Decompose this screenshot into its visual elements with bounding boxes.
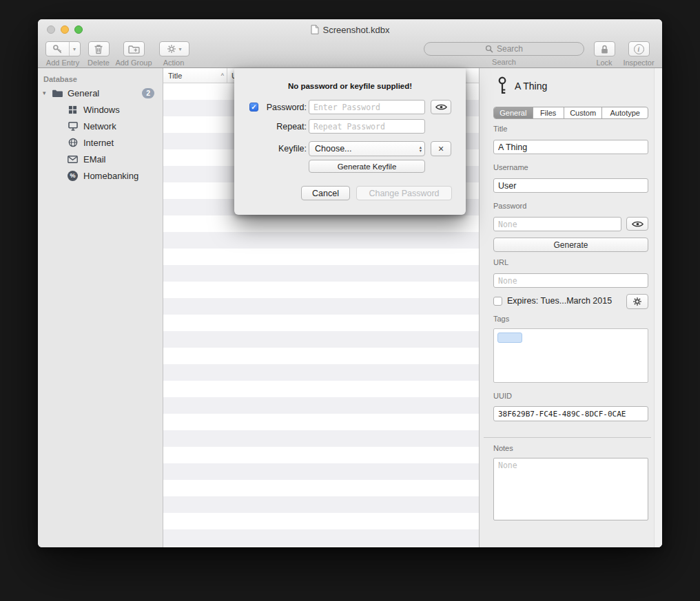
column-header-title[interactable]: Title ^ bbox=[163, 72, 227, 80]
generate-keyfile-label: Generate Keyfile bbox=[338, 162, 397, 171]
close-icon: × bbox=[438, 143, 444, 154]
folder-icon bbox=[52, 89, 63, 98]
url-label: URL bbox=[493, 258, 508, 266]
windows-icon bbox=[67, 105, 79, 114]
sidebar: Database ▾ General 2 Windows Networ bbox=[38, 68, 163, 547]
toolbar-lock: Lock bbox=[593, 41, 615, 67]
password-field[interactable] bbox=[493, 217, 621, 231]
tab-autotype[interactable]: Autotype bbox=[602, 107, 648, 118]
chevron-down-icon[interactable]: ▾ bbox=[70, 46, 80, 52]
delete-button[interactable] bbox=[88, 41, 110, 56]
generate-password-button[interactable]: Generate bbox=[493, 238, 648, 252]
toolbar-action: ▾ Action bbox=[159, 41, 188, 67]
change-password-dialog: No password or keyfile supplied! ✓ Passw… bbox=[234, 68, 466, 215]
info-icon: i bbox=[634, 44, 644, 54]
expires-label: Expires: Tues...March 2015 bbox=[507, 296, 612, 306]
search-label: Search bbox=[424, 58, 584, 66]
chevron-down-icon: ▾ bbox=[178, 46, 181, 52]
change-password-button[interactable]: Change Password bbox=[356, 186, 452, 200]
homebanking-icon: % bbox=[67, 171, 79, 181]
cancel-button[interactable]: Cancel bbox=[301, 186, 350, 200]
document-icon bbox=[311, 25, 319, 34]
inspector-button[interactable]: i bbox=[628, 41, 650, 56]
sidebar-group-internet[interactable]: Internet bbox=[38, 134, 163, 151]
inspector-panel: A Thing General Files Custom Autotype Ti… bbox=[479, 68, 662, 547]
title-label: Title bbox=[493, 125, 507, 133]
toolbar-search: Search Search bbox=[424, 41, 584, 66]
inspector-tabs: General Files Custom Autotype bbox=[493, 107, 648, 119]
lock-label: Lock bbox=[593, 59, 615, 67]
column-title-label: Title bbox=[168, 72, 182, 80]
sidebar-group-general[interactable]: ▾ General 2 bbox=[38, 85, 163, 101]
tag-chip[interactable] bbox=[497, 333, 522, 343]
toolbar-inspector: i Inspector bbox=[620, 41, 657, 67]
sidebar-group-email[interactable]: EMail bbox=[38, 151, 163, 167]
password-checkbox[interactable]: ✓ bbox=[249, 103, 258, 112]
add-entry-label: Add Entry bbox=[43, 59, 82, 67]
stepper-icon: ▴▾ bbox=[420, 145, 422, 153]
toolbar-add-group: Add Group bbox=[114, 41, 154, 67]
reveal-password-button[interactable] bbox=[626, 217, 648, 231]
sidebar-section-header: Database bbox=[43, 75, 163, 83]
enter-password-field[interactable] bbox=[309, 100, 425, 114]
repeat-password-field[interactable] bbox=[309, 119, 425, 134]
sidebar-group-label: Homebanking bbox=[83, 171, 138, 181]
trash-icon bbox=[94, 44, 103, 54]
lock-button[interactable] bbox=[594, 41, 615, 56]
eye-icon bbox=[632, 220, 644, 228]
entry-header: A Thing bbox=[497, 76, 547, 95]
notes-field[interactable] bbox=[493, 458, 648, 520]
expires-settings-button[interactable] bbox=[626, 294, 648, 309]
dialog-repeat-label: Repeat: bbox=[258, 122, 307, 131]
toolbar-delete: Delete bbox=[86, 41, 111, 67]
expires-checkbox[interactable] bbox=[493, 297, 502, 306]
toolbar-add-entry: ▾ Add Entry bbox=[43, 41, 82, 67]
search-icon bbox=[485, 45, 493, 53]
action-label: Action bbox=[159, 59, 188, 67]
check-icon: ✓ bbox=[251, 104, 256, 111]
url-field[interactable] bbox=[493, 273, 648, 288]
dialog-password-label: Password: bbox=[258, 103, 307, 112]
generate-keyfile-button[interactable]: Generate Keyfile bbox=[309, 160, 425, 173]
sidebar-group-windows[interactable]: Windows bbox=[38, 101, 163, 118]
delete-label: Delete bbox=[86, 59, 111, 67]
tab-general[interactable]: General bbox=[494, 107, 533, 118]
search-placeholder: Search bbox=[497, 44, 523, 54]
title-field[interactable] bbox=[493, 140, 648, 154]
dialog-reveal-password-button[interactable] bbox=[431, 100, 451, 114]
username-field[interactable] bbox=[493, 178, 648, 193]
action-button[interactable]: ▾ bbox=[159, 41, 189, 56]
window-title: Screenshot.kdbx bbox=[323, 25, 390, 35]
inspector-scrollbar[interactable] bbox=[654, 68, 662, 547]
dialog-message: No password or keyfile supplied! bbox=[234, 82, 466, 90]
keyfile-select[interactable]: Choose... ▴▾ bbox=[309, 141, 425, 156]
clear-keyfile-button[interactable]: × bbox=[431, 141, 451, 156]
window-header: Screenshot.kdbx ▾ Add Entry Delete bbox=[38, 19, 662, 68]
gear-icon bbox=[632, 297, 642, 306]
sort-ascending-icon: ^ bbox=[221, 72, 224, 79]
key-icon bbox=[46, 42, 70, 56]
entry-count-badge: 2 bbox=[142, 88, 154, 98]
network-icon bbox=[67, 121, 79, 131]
add-entry-button[interactable]: ▾ bbox=[45, 41, 81, 56]
sidebar-group-network[interactable]: Network bbox=[38, 118, 163, 134]
gear-icon bbox=[167, 44, 176, 54]
add-group-button[interactable] bbox=[123, 41, 145, 56]
sidebar-group-label: Network bbox=[83, 121, 116, 131]
titlebar: Screenshot.kdbx bbox=[38, 19, 662, 40]
uuid-label: UUID bbox=[493, 392, 512, 400]
sidebar-group-label: EMail bbox=[83, 154, 106, 165]
search-input[interactable]: Search bbox=[424, 42, 584, 56]
disclosure-triangle-icon[interactable]: ▾ bbox=[43, 89, 52, 96]
sidebar-group-homebanking[interactable]: % Homebanking bbox=[38, 167, 163, 184]
tab-files[interactable]: Files bbox=[533, 107, 564, 118]
sidebar-group-label: General bbox=[68, 88, 99, 98]
sidebar-group-label: Internet bbox=[83, 138, 114, 148]
tab-custom[interactable]: Custom bbox=[564, 107, 603, 118]
change-password-label: Change Password bbox=[369, 189, 439, 198]
tags-box[interactable] bbox=[493, 328, 648, 383]
inspector-label: Inspector bbox=[620, 59, 657, 67]
toolbar: ▾ Add Entry Delete Add Group bbox=[38, 40, 662, 67]
envelope-icon bbox=[67, 156, 79, 163]
uuid-field[interactable] bbox=[493, 406, 648, 421]
